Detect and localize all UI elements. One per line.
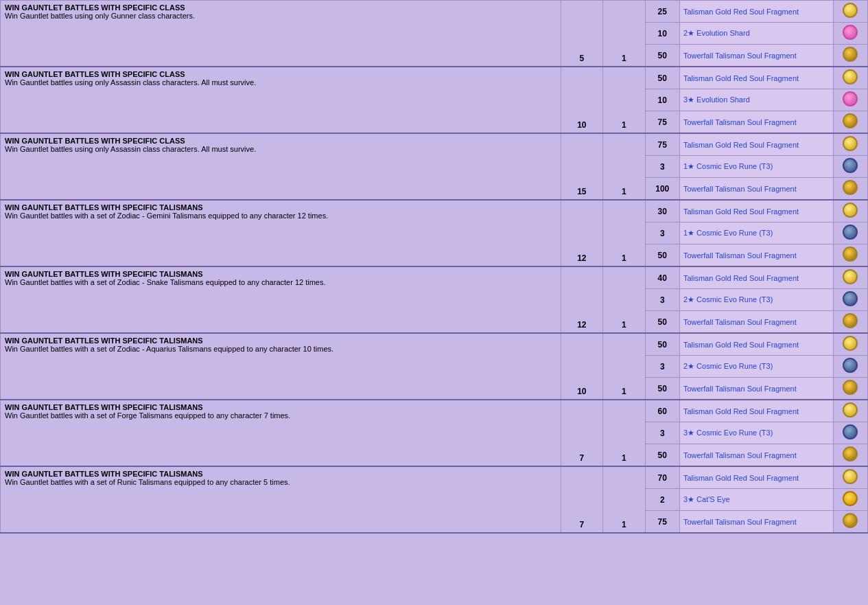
reward-qty: 3: [645, 222, 679, 244]
reward-qty: 100: [645, 178, 679, 201]
quest-title: WIN GAUNTLET BATTLES WITH SPECIFIC TALIS…: [5, 203, 556, 212]
wins-cell: 10: [561, 67, 603, 133]
quest-cell: WIN GAUNTLET BATTLES WITH SPECIFIC CLASS…: [1, 67, 561, 133]
quest-title: WIN GAUNTLET BATTLES WITH SPECIFIC TALIS…: [5, 470, 556, 478]
reward-name: Towerfall Talisman Soul Fragment: [679, 111, 833, 134]
rank-cell: 1: [603, 67, 646, 133]
quest-cell: WIN GAUNTLET BATTLES WITH SPECIFIC TALIS…: [1, 466, 561, 533]
reward-name: 2★ Evolution Shard: [679, 23, 833, 45]
reward-icon-cell: [833, 111, 867, 134]
reward-icon-cell: [833, 311, 867, 334]
quest-title: WIN GAUNTLET BATTLES WITH SPECIFIC TALIS…: [5, 336, 556, 345]
reward-icon-cell: [833, 222, 867, 244]
reward-name: Talisman Gold Red Soul Fragment: [679, 67, 833, 89]
reward-icon-cell: [833, 400, 867, 422]
reward-name: Towerfall Talisman Soul Fragment: [679, 311, 833, 334]
reward-qty: 3: [645, 289, 679, 311]
reward-icon-cell: [833, 178, 867, 201]
quest-desc: Win Gauntlet battles with a set of Forge…: [5, 411, 556, 420]
reward-icon-cell: [833, 156, 867, 178]
reward-qty: 3: [645, 356, 679, 378]
reward-icon-cell: [833, 1, 867, 23]
rank-cell: 1: [603, 333, 646, 400]
reward-icon-cell: [833, 489, 867, 511]
reward-icon-gold: [843, 469, 858, 484]
wins-cell: 5: [561, 1, 603, 67]
reward-name: Towerfall Talisman Soul Fragment: [679, 378, 833, 400]
quest-cell: WIN GAUNTLET BATTLES WITH SPECIFIC TALIS…: [1, 200, 561, 266]
quest-desc: Win Gauntlet battles with a set of Zodia…: [5, 345, 556, 353]
reward-icon-cell: [833, 356, 867, 378]
reward-icon-cell: [833, 67, 867, 89]
reward-qty: 75: [645, 511, 679, 534]
reward-icon-cell: [833, 23, 867, 45]
reward-name: Talisman Gold Red Soul Fragment: [679, 266, 833, 289]
reward-icon-tower: [843, 513, 858, 528]
reward-name: Towerfall Talisman Soul Fragment: [679, 45, 833, 67]
reward-icon-gold: [843, 136, 858, 151]
quest-cell: WIN GAUNTLET BATTLES WITH SPECIFIC TALIS…: [1, 400, 561, 466]
reward-qty: 75: [645, 133, 679, 156]
reward-icon-gold: [843, 336, 858, 351]
reward-icon-cell: [833, 333, 867, 356]
reward-icon-tower: [843, 180, 858, 195]
reward-icon-cell: [833, 289, 867, 311]
reward-name: 2★ Cosmic Evo Rune (T3): [679, 356, 833, 378]
reward-qty: 70: [645, 466, 679, 489]
reward-icon-cell: [833, 444, 867, 467]
reward-qty: 75: [645, 111, 679, 134]
quests-table: WIN GAUNTLET BATTLES WITH SPECIFIC CLASS…: [0, 0, 868, 534]
reward-qty: 50: [645, 444, 679, 467]
reward-icon-gold: [843, 3, 858, 18]
reward-qty: 30: [645, 200, 679, 222]
reward-icon-tower: [843, 47, 858, 62]
quest-title: WIN GAUNTLET BATTLES WITH SPECIFIC CLASS: [5, 70, 556, 78]
reward-name: Talisman Gold Red Soul Fragment: [679, 1, 833, 23]
reward-qty: 50: [645, 67, 679, 89]
reward-icon-rune: [843, 358, 858, 373]
reward-qty: 50: [645, 244, 679, 267]
reward-icon-evo-pink: [843, 91, 858, 106]
reward-qty: 3: [645, 422, 679, 444]
reward-name: 3★ Evolution Shard: [679, 89, 833, 111]
reward-icon-cell: [833, 45, 867, 67]
reward-icon-cell: [833, 378, 867, 400]
wins-cell: 7: [561, 400, 603, 466]
reward-name: Talisman Gold Red Soul Fragment: [679, 200, 833, 222]
reward-qty: 10: [645, 23, 679, 45]
reward-icon-rune: [843, 158, 858, 173]
reward-qty: 10: [645, 89, 679, 111]
reward-icon-tower: [843, 313, 858, 328]
reward-icon-gold: [843, 402, 858, 418]
reward-icon-tower: [843, 247, 858, 262]
reward-name: Towerfall Talisman Soul Fragment: [679, 511, 833, 534]
wins-cell: 12: [561, 266, 603, 333]
quest-cell: WIN GAUNTLET BATTLES WITH SPECIFIC CLASS…: [1, 133, 561, 200]
reward-icon-cell: [833, 244, 867, 267]
reward-name: Talisman Gold Red Soul Fragment: [679, 133, 833, 156]
rank-cell: 1: [603, 1, 646, 67]
reward-name: 2★ Cosmic Evo Rune (T3): [679, 289, 833, 311]
reward-icon-eye: [843, 491, 858, 506]
reward-qty: 50: [645, 311, 679, 334]
reward-name: Towerfall Talisman Soul Fragment: [679, 444, 833, 467]
quest-desc: Win Gauntlet battles using only Assassin…: [5, 78, 556, 87]
rank-cell: 1: [603, 400, 646, 466]
reward-icon-cell: [833, 266, 867, 289]
quest-desc: Win Gauntlet battles with a set of Zodia…: [5, 212, 556, 220]
quest-title: WIN GAUNTLET BATTLES WITH SPECIFIC CLASS: [5, 3, 556, 12]
reward-qty: 40: [645, 266, 679, 289]
wins-cell: 7: [561, 466, 603, 533]
quest-cell: WIN GAUNTLET BATTLES WITH SPECIFIC TALIS…: [1, 266, 561, 333]
reward-icon-cell: [833, 89, 867, 111]
quest-title: WIN GAUNTLET BATTLES WITH SPECIFIC CLASS: [5, 137, 556, 145]
reward-icon-cell: [833, 133, 867, 156]
reward-name: Towerfall Talisman Soul Fragment: [679, 178, 833, 201]
rank-cell: 1: [603, 133, 646, 200]
reward-icon-gold: [843, 69, 858, 84]
quest-desc: Win Gauntlet battles with a set of Runic…: [5, 478, 556, 486]
reward-icon-cell: [833, 422, 867, 444]
rank-cell: 1: [603, 266, 646, 333]
reward-name: 1★ Cosmic Evo Rune (T3): [679, 156, 833, 178]
reward-name: Towerfall Talisman Soul Fragment: [679, 244, 833, 267]
